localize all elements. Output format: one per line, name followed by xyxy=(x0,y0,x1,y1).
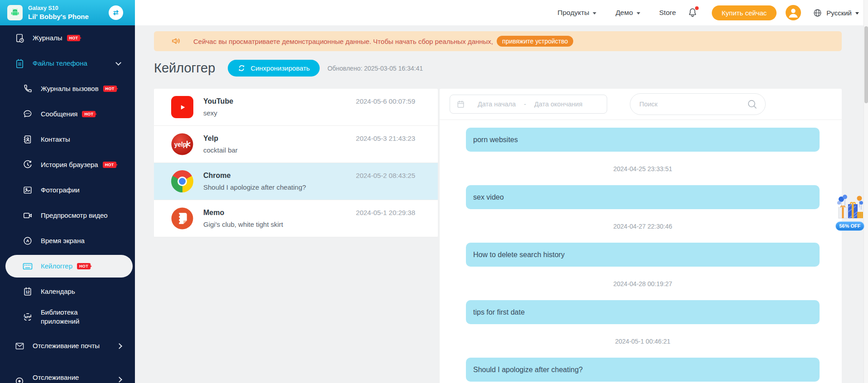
sidebar-item-photos[interactable]: Фотографии xyxy=(0,177,135,203)
keyboard-icon xyxy=(22,261,34,272)
sidebar-item-location-tracking[interactable]: Отслеживание xyxy=(0,370,135,383)
sidebar-item-messages[interactable]: Сообщения HOT xyxy=(0,101,135,127)
search-box[interactable] xyxy=(630,93,766,115)
page-title: Кейлоггер xyxy=(154,61,215,76)
keylog-timestamp: 2024-05-1 00:46:21 xyxy=(466,338,820,345)
sidebar-item-phone-files[interactable]: Файлы телефона xyxy=(0,51,135,76)
app-time: 2024-05-6 00:07:59 xyxy=(356,97,415,105)
title-row: Кейлоггер Синхронизировать Обновлено: 20… xyxy=(154,60,423,77)
date-range-picker[interactable]: Дата начала - Дата окончания xyxy=(450,95,607,114)
android-robot-icon xyxy=(10,8,20,18)
sidebar-menu: Журналы HOT Файлы телефона Журналы вызов… xyxy=(0,25,135,383)
sidebar-item-journals[interactable]: Журналы HOT xyxy=(0,25,135,51)
app-time: 2024-05-2 08:43:25 xyxy=(356,172,415,179)
sidebar-item-browser-history[interactable]: История браузера HOT xyxy=(0,152,135,177)
keylog-timestamp: 2024-04-27 22:30:46 xyxy=(466,223,820,230)
chevron-down-icon xyxy=(115,60,121,66)
banner-text: Сейчас вы просматриваете демонстрационны… xyxy=(193,38,493,45)
keylog-bubble: sex video xyxy=(466,185,820,209)
caret-down-icon xyxy=(855,12,859,14)
nav-demo[interactable]: Демо xyxy=(615,9,640,17)
sidebar-item-app-library[interactable]: APP Библиотека приложений xyxy=(0,304,135,330)
sync-button[interactable]: Синхронизировать xyxy=(228,60,320,77)
keylog-bubble: porn websites xyxy=(466,128,820,152)
keylog-bubble: How to delete search history xyxy=(466,243,820,267)
hot-badge: HOT xyxy=(67,35,81,41)
app-preview: Gigi's club, white tight skirt xyxy=(203,220,415,228)
main-content: Сейчас вы просматриваете демонстрационны… xyxy=(135,25,868,383)
journal-icon xyxy=(14,33,25,43)
app-row-chrome[interactable]: Chrome Should I apologize after cheating… xyxy=(154,163,438,200)
search-icon[interactable] xyxy=(747,99,758,110)
sidebar-item-screen-time[interactable]: A Время экрана xyxy=(0,228,135,254)
notifications-bell[interactable] xyxy=(687,7,698,19)
notification-dot xyxy=(695,6,699,10)
hot-badge: HOT xyxy=(82,111,96,117)
keylog-timestamp: 2024-04-28 00:19:27 xyxy=(466,280,820,288)
discount-promo-badge[interactable]: 56% OFF xyxy=(836,194,863,232)
hot-badge: HOT xyxy=(77,263,91,269)
contacts-icon xyxy=(22,134,34,144)
gps-icon xyxy=(14,376,25,383)
svg-text:yelp: yelp xyxy=(174,141,187,148)
yelp-icon: yelp xyxy=(171,133,193,155)
memo-icon xyxy=(171,207,193,230)
photo-icon xyxy=(22,185,34,195)
last-updated: Обновлено: 2025-03-05 16:34:41 xyxy=(327,65,423,72)
keylog-timestamp: 2024-04-25 23:33:51 xyxy=(466,165,820,173)
filter-row: Дата начала - Дата окончания xyxy=(440,89,842,120)
search-input[interactable] xyxy=(639,101,747,108)
device-header[interactable]: Galaxy S10 Lil' Bobby's Phone xyxy=(0,0,135,25)
sync-icon xyxy=(238,64,245,72)
keylog-list: porn websites 2024-04-25 23:33:51 sex vi… xyxy=(440,120,842,382)
sidebar: Galaxy S10 Lil' Bobby's Phone Журналы HO… xyxy=(0,0,135,383)
megaphone-icon xyxy=(171,36,182,47)
svg-text:A: A xyxy=(26,239,29,243)
bind-device-link[interactable]: привяжите устройство xyxy=(497,36,573,47)
scrollbar-thumb[interactable] xyxy=(864,26,868,103)
app-time: 2024-05-1 20:29:38 xyxy=(356,209,415,216)
app-preview: sexy xyxy=(203,109,415,117)
app-row-youtube[interactable]: YouTube sexy 2024-05-6 00:07:59 xyxy=(154,89,438,126)
sidebar-item-video-preview[interactable]: Предпросмотр видео xyxy=(0,203,135,228)
topbar: Продукты Демо Store Купить сейчас Русски… xyxy=(135,0,868,25)
app-row-memo[interactable]: Memo Gigi's club, white tight skirt 2024… xyxy=(154,200,438,237)
nav-store[interactable]: Store xyxy=(659,9,676,17)
hot-badge: HOT xyxy=(103,162,116,168)
video-camera-icon xyxy=(22,211,34,220)
hot-badge: HOT xyxy=(103,86,117,92)
sidebar-item-calendar[interactable]: 12 Календарь xyxy=(0,279,135,304)
app-preview: Should I apologize after cheating? xyxy=(203,183,415,191)
keylog-bubble: tips for first date xyxy=(466,300,820,324)
svg-text:12: 12 xyxy=(25,290,30,294)
calendar-icon: 12 xyxy=(22,287,34,297)
sidebar-item-mail-tracking[interactable]: Отслеживание почты xyxy=(0,333,135,359)
sidebar-item-call-logs[interactable]: Журналы вызовов HOT xyxy=(0,76,135,101)
person-icon xyxy=(786,5,801,20)
calendar-icon xyxy=(456,100,465,109)
chevron-right-icon xyxy=(116,377,122,383)
discount-label: 56% OFF xyxy=(835,221,864,231)
keylog-panel: Дата начала - Дата окончания porn websit… xyxy=(440,89,842,383)
device-model: Galaxy S10 xyxy=(28,5,103,11)
keylog-bubble: Should I apologize after cheating? xyxy=(466,358,820,382)
chrome-icon xyxy=(171,170,193,192)
buy-now-button[interactable]: Купить сейчас xyxy=(712,5,777,20)
android-device-icon xyxy=(7,5,23,20)
date-end-placeholder: Дата окончания xyxy=(534,101,582,108)
account-avatar[interactable] xyxy=(786,5,801,20)
language-selector[interactable]: Русский xyxy=(813,8,859,18)
svg-text:APP: APP xyxy=(24,316,31,319)
nav-products[interactable]: Продукты xyxy=(557,9,596,17)
swap-arrows-icon xyxy=(112,9,120,17)
app-row-yelp[interactable]: yelp Yelp cocktail bar 2024-05-3 21:43:2… xyxy=(154,126,438,163)
app-time: 2024-05-3 21:43:23 xyxy=(356,134,415,142)
page-scrollbar xyxy=(863,0,868,383)
app-list: YouTube sexy 2024-05-6 00:07:59 yelp xyxy=(154,89,438,237)
chat-bubble-icon xyxy=(22,109,34,119)
switch-device-button[interactable] xyxy=(109,5,123,20)
sidebar-item-keylogger[interactable]: Кейлоггер HOT xyxy=(0,254,135,279)
history-clock-icon xyxy=(22,160,34,170)
demo-banner: Сейчас вы просматриваете демонстрационны… xyxy=(154,31,842,51)
sidebar-item-contacts[interactable]: Контакты xyxy=(0,127,135,152)
